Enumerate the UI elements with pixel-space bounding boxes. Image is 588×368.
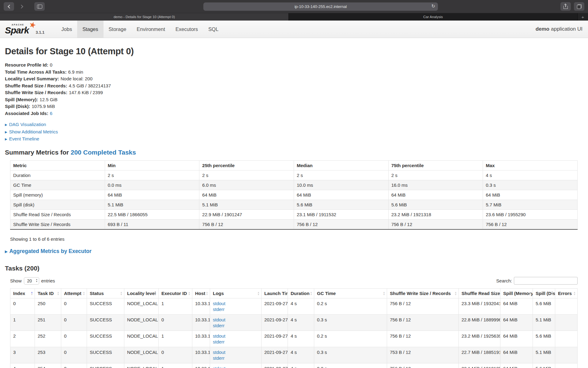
stderr-link[interactable]: stderr <box>213 306 258 312</box>
stdout-link[interactable]: stdout <box>213 349 258 355</box>
task-index: 3 <box>10 347 35 363</box>
summary-max: 64 MiB <box>483 190 578 200</box>
address-bar[interactable]: ip-10-33-140-255.ec2.internal ↻ <box>203 2 438 11</box>
stdout-link[interactable]: stdout <box>213 317 258 323</box>
tasks-column-header[interactable]: Duration ▲▼ <box>288 289 314 298</box>
task-spill-memory: 64 MiB <box>500 315 533 331</box>
tasks-column-header[interactable]: Spill (Memory) ▲▼ <box>500 289 533 298</box>
dag-visualization-toggle[interactable]: ▶DAG Visualization <box>5 121 578 128</box>
summary-p25: 64 MiB <box>199 190 294 200</box>
stderr-link[interactable]: stderr <box>213 323 258 328</box>
summary-p25: 5.1 MiB <box>199 200 294 209</box>
tasks-column-header[interactable]: GC Time ▲▼ <box>314 289 387 298</box>
stderr-link[interactable]: stderr <box>213 355 258 361</box>
expand-arrow-icon: ▶ <box>5 123 7 126</box>
nav-item-jobs[interactable]: Jobs <box>56 21 77 38</box>
tasks-column-header[interactable]: Index ▲▼ <box>10 289 35 298</box>
detail-label: Resource Profile Id: <box>5 62 48 67</box>
summary-row: Shuffle Read Size / Records 22.5 MiB / 1… <box>10 209 578 219</box>
summary-column-header: Metric <box>10 160 105 170</box>
search-input[interactable] <box>514 277 578 285</box>
forward-button[interactable] <box>17 2 27 11</box>
column-header-label: Shuffle Read Size / Records <box>462 291 500 296</box>
task-status: SUCCESS <box>87 315 124 331</box>
toggle-label: Show Additional Metrics <box>9 129 58 134</box>
task-gc-time: 0.2 s <box>314 298 387 315</box>
column-header-label: Executor ID <box>161 291 187 296</box>
tasks-column-header[interactable]: Launch Time ▲▼ <box>262 289 288 298</box>
tasks-column-header[interactable]: Task ID ▲▼ <box>35 289 61 298</box>
task-gc-time: 0.3 s <box>314 315 387 331</box>
stdout-link[interactable]: stdout <box>213 301 258 306</box>
collapsible-group: ▶DAG Visualization ▶Show Additional Metr… <box>5 121 578 143</box>
page-size-select[interactable]: 20 <box>24 277 39 285</box>
nav-item-stages[interactable]: Stages <box>77 21 103 38</box>
nav-item-storage[interactable]: Storage <box>104 21 132 38</box>
event-timeline-toggle[interactable]: ▶Event Timeline <box>5 136 578 143</box>
stdout-link[interactable]: stdout <box>213 333 258 339</box>
logo-spark-text: Spark <box>5 25 29 35</box>
nav-item-environment[interactable]: Environment <box>131 21 170 38</box>
tasks-column-header[interactable]: Locality level ▲▼ <box>124 289 159 298</box>
task-attempt: 0 <box>61 331 87 347</box>
sort-arrows-icon: ▲▼ <box>83 291 85 296</box>
stage-detail-list: Resource Profile Id:0 Total Time Across … <box>5 62 578 110</box>
task-logs: stdout stderr <box>210 298 262 315</box>
reload-icon[interactable]: ↻ <box>431 3 435 9</box>
task-host: 10.33.138.132 <box>192 331 210 347</box>
back-button[interactable] <box>4 2 14 11</box>
tasks-column-header[interactable]: Spill (Disk) ▲▼ <box>533 289 555 298</box>
tasks-column-header[interactable]: Shuffle Read Size / Records ▲▼ <box>459 289 500 298</box>
stage-detail-line: Shuffle Write Size / Records:147.6 KiB /… <box>5 89 578 96</box>
task-shuffle-read: 23.3 MiB / 1932041 <box>459 298 500 315</box>
summary-min: 0.0 ms <box>105 180 199 190</box>
task-row: 0 250 0 SUCCESS NODE_LOCAL 1 10.33.138.1… <box>10 298 578 315</box>
tasks-column-header[interactable]: Status ▲▼ <box>87 289 124 298</box>
show-additional-metrics-toggle[interactable]: ▶Show Additional Metrics <box>5 128 578 136</box>
summary-p75: 64 MiB <box>388 190 483 200</box>
column-header-label: Attempt <box>64 291 81 296</box>
sort-arrows-icon: ▲▼ <box>573 291 576 296</box>
spark-logo[interactable]: APACHESpark★ 3.1.1 <box>0 21 49 38</box>
tasks-column-header[interactable]: Logs ▲▼ <box>210 289 262 298</box>
nav-item-executors[interactable]: Executors <box>170 21 203 38</box>
completed-tasks-link[interactable]: 200 Completed Tasks <box>71 149 136 156</box>
tab-demo-stage-details[interactable]: demo - Details for Stage 10 (Attempt 0) <box>0 13 289 21</box>
tasks-column-header[interactable]: Errors ▲▼ <box>555 289 578 298</box>
associated-job-id-link[interactable]: 6 <box>50 111 52 116</box>
tab-overview-button[interactable] <box>574 2 584 11</box>
task-executor-id: 0 <box>159 315 192 331</box>
nav-item-sql[interactable]: SQL <box>203 21 224 38</box>
summary-metric-name: Shuffle Write Size / Records <box>10 219 105 229</box>
summary-metrics-heading: Summary Metrics for 200 Completed Tasks <box>5 149 578 156</box>
sort-arrows-icon: ▲▼ <box>31 291 33 296</box>
expand-arrow-icon: ▶ <box>5 250 7 253</box>
summary-metric-name: Duration <box>10 170 105 180</box>
task-locality-level: NODE_LOCAL <box>124 331 159 347</box>
task-gc-time: 0.2 s <box>314 363 387 368</box>
stderr-link[interactable]: stderr <box>213 339 258 345</box>
summary-metric-name: GC Time <box>10 180 105 190</box>
stdout-link[interactable]: stdout <box>213 366 258 368</box>
task-status: SUCCESS <box>87 298 124 315</box>
sidebar-toggle-button[interactable] <box>34 2 45 11</box>
task-status: SUCCESS <box>87 331 124 347</box>
tasks-column-header[interactable]: Host ▲▼ <box>192 289 210 298</box>
share-button[interactable] <box>560 2 571 11</box>
stage-detail-line: Spill (Disk):1075.9 MiB <box>5 103 578 110</box>
aggregated-metrics-toggle[interactable]: ▶Aggregated Metrics by Executor <box>5 248 578 255</box>
tasks-column-header[interactable]: Shuffle Write Size / Records ▲▼ <box>387 289 459 298</box>
summary-max: 23.6 MiB / 1955290 <box>483 209 578 219</box>
tasks-column-header[interactable]: Attempt ▲▼ <box>61 289 87 298</box>
task-spill-disk: 5.6 MiB <box>533 363 555 368</box>
summary-min: 5.1 MiB <box>105 200 199 209</box>
summary-row: GC Time 0.0 ms 6.0 ms 10.0 ms 16.0 ms 0.… <box>10 180 578 190</box>
task-launch-time: 2021-09-27 16:15:26 <box>262 347 288 363</box>
column-header-label: Errors <box>558 291 572 296</box>
tab-car-analysis[interactable]: Car Analysis <box>289 13 578 21</box>
summary-p25: 2 s <box>199 170 294 180</box>
task-errors <box>555 298 578 315</box>
tasks-column-header[interactable]: Executor ID ▲▼ <box>159 289 192 298</box>
forward-icon <box>19 5 23 9</box>
new-tab-button[interactable]: + <box>578 13 588 21</box>
